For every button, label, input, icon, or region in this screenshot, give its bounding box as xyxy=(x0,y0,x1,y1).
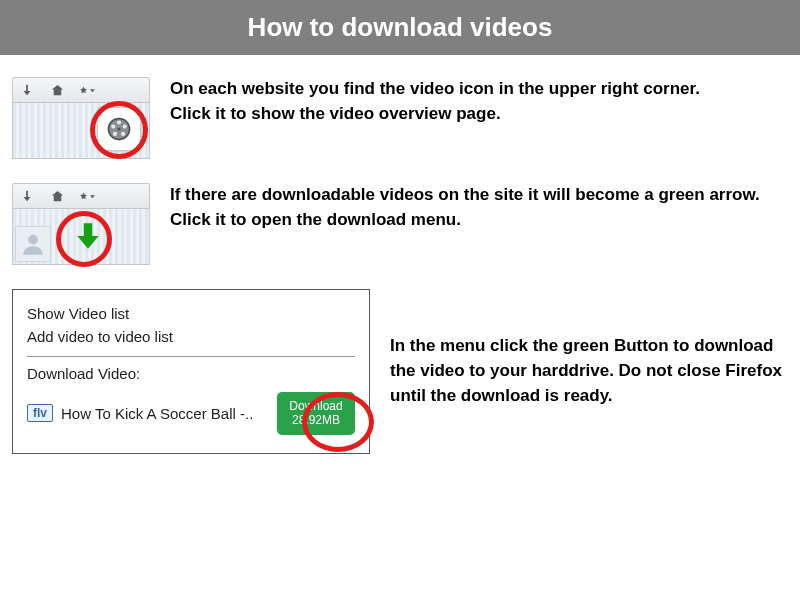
step-1-text: On each website you find the video icon … xyxy=(170,77,700,126)
download-menu: Show Video list Add video to video list … xyxy=(12,289,370,454)
flv-badge: flv xyxy=(27,404,53,422)
home-icon xyxy=(49,82,65,98)
download-button-size: 28.92MB xyxy=(289,413,343,427)
step-3-text: In the menu click the green Button to do… xyxy=(390,334,788,408)
menu-divider xyxy=(27,356,355,357)
download-button[interactable]: Download 28.92MB xyxy=(277,392,355,435)
step-2: If there are downloadable videos on the … xyxy=(12,183,788,265)
step-1-thumbnail xyxy=(12,77,150,159)
down-arrow-icon xyxy=(19,82,35,98)
step-1: On each website you find the video icon … xyxy=(12,77,788,159)
content-area: On each website you find the video icon … xyxy=(0,55,800,486)
svg-point-5 xyxy=(113,132,117,136)
avatar-placeholder-icon xyxy=(15,226,51,262)
menu-item-add-video[interactable]: Add video to video list xyxy=(27,325,355,348)
toolbar-strip xyxy=(12,103,150,159)
toolbar-mock xyxy=(12,77,150,103)
toolbar-strip xyxy=(12,209,150,265)
page-title: How to download videos xyxy=(0,12,800,43)
film-reel-icon xyxy=(106,116,132,142)
download-video-heading: Download Video: xyxy=(27,365,355,382)
svg-point-6 xyxy=(111,124,115,128)
green-down-arrow-icon xyxy=(71,219,105,253)
menu-item-show-list[interactable]: Show Video list xyxy=(27,302,355,325)
step-2-text: If there are downloadable videos on the … xyxy=(170,183,760,232)
step-2-thumbnail xyxy=(12,183,150,265)
svg-point-8 xyxy=(28,235,38,245)
svg-point-2 xyxy=(117,120,121,124)
svg-point-7 xyxy=(117,127,120,130)
download-arrow-button[interactable] xyxy=(67,215,109,257)
svg-point-3 xyxy=(123,124,127,128)
toolbar-mock xyxy=(12,183,150,209)
svg-point-4 xyxy=(121,132,125,136)
step-3-thumbnail: Show Video list Add video to video list … xyxy=(12,289,370,454)
bookmark-dropdown-icon xyxy=(79,188,95,204)
step-3: Show Video list Add video to video list … xyxy=(12,289,788,454)
bookmark-dropdown-icon xyxy=(79,82,95,98)
home-icon xyxy=(49,188,65,204)
download-button-label: Download xyxy=(289,399,343,413)
video-icon-bubble[interactable] xyxy=(97,107,141,151)
video-title: How To Kick A Soccer Ball -.. xyxy=(61,405,269,422)
download-row: flv How To Kick A Soccer Ball -.. Downlo… xyxy=(27,392,355,435)
down-arrow-icon xyxy=(19,188,35,204)
title-bar: How to download videos xyxy=(0,0,800,55)
